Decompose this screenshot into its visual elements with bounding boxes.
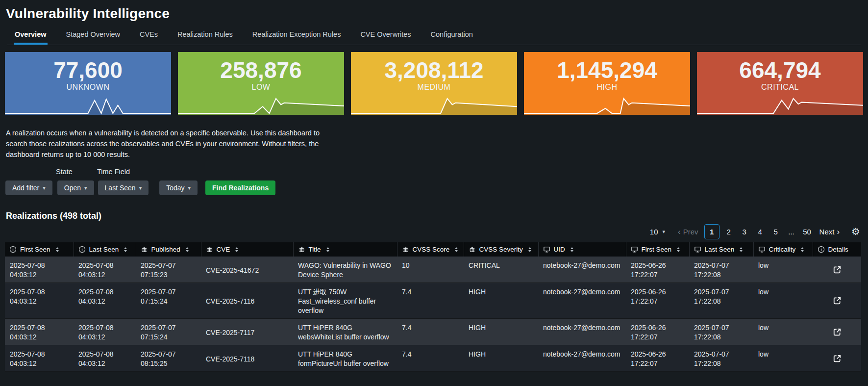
cell-uid: notebook-27@demo.com: [538, 345, 626, 372]
page-number-5[interactable]: 5: [769, 225, 782, 238]
details-external-link-button[interactable]: [831, 264, 843, 276]
stat-card-low: 258,876 LOW: [178, 52, 344, 115]
pager: ‹Prev 1 2 3 4 5 ... 50 Next›: [675, 224, 843, 239]
column-header-uid-first-seen[interactable]: First Seen: [626, 242, 689, 257]
sparkline-chart: [5, 97, 171, 115]
tab-cve-overwrites[interactable]: CVE Overwrites: [359, 27, 412, 45]
bug-icon: [206, 246, 213, 253]
sort-icon[interactable]: [677, 247, 680, 252]
time-field-value: Last Seen: [105, 184, 136, 192]
info-circle-icon: [9, 246, 17, 253]
stat-label: LOW: [178, 83, 344, 92]
page-number-4[interactable]: 4: [754, 225, 767, 238]
cell-last-seen: 2025-07-08 04:03:12: [74, 257, 136, 283]
column-label: CVSS Score: [413, 246, 450, 253]
stat-card-high: 1,145,294 HIGH: [524, 52, 690, 115]
column-label: First Seen: [20, 246, 50, 253]
tab-realization-rules[interactable]: Realization Rules: [176, 27, 234, 45]
cell-uid-last-seen: 2025-07-07 17:22:08: [689, 257, 753, 283]
sort-icon[interactable]: [801, 247, 804, 252]
details-external-link-button[interactable]: [831, 353, 843, 364]
column-header-title[interactable]: Title: [293, 242, 397, 257]
tab-cves[interactable]: CVEs: [139, 27, 159, 45]
stat-card-medium: 3,208,112 MEDIUM: [351, 52, 517, 115]
cell-published: 2025-07-07 07:15:23: [136, 257, 201, 283]
stat-value: 1,145,294: [524, 58, 690, 82]
details-external-link-button[interactable]: [831, 326, 843, 338]
column-label: Criticality: [769, 246, 796, 253]
severity-stat-cards: 77,600 UNKNOWN 258,876 LOW 3,208,112 MED…: [5, 52, 863, 115]
find-realizations-button[interactable]: Find Realizations: [205, 180, 275, 195]
external-link-icon: [832, 265, 842, 275]
sparkline-chart: [351, 97, 517, 115]
bug-icon: [469, 246, 476, 253]
column-header-cvss-score[interactable]: CVSS Score: [397, 242, 464, 257]
stat-label: UNKNOWN: [5, 83, 171, 92]
column-label: Title: [309, 246, 321, 253]
cell-uid-first-seen: 2025-06-26 17:22:07: [626, 345, 689, 372]
sort-icon[interactable]: [740, 247, 743, 252]
tab-realization-exception-rules[interactable]: Realization Exception Rules: [251, 27, 342, 45]
column-header-criticality[interactable]: Criticality: [753, 242, 813, 257]
time-field-dropdown[interactable]: Last Seen▾: [98, 180, 149, 195]
page-number-1[interactable]: 1: [704, 224, 719, 239]
next-page-button[interactable]: Next›: [817, 228, 843, 236]
table-settings-gear-icon[interactable]: ⚙: [851, 227, 860, 236]
tab-staged-overview[interactable]: Staged Overview: [65, 27, 121, 45]
sparkline-chart: [178, 97, 344, 115]
state-dropdown[interactable]: Open▾: [57, 180, 94, 195]
cell-criticality: low: [753, 283, 813, 319]
sort-icon[interactable]: [235, 247, 238, 252]
chevron-down-icon: ▾: [188, 185, 191, 191]
add-filter-label: Add filter: [12, 184, 39, 192]
sort-icon[interactable]: [570, 247, 573, 252]
column-header-published[interactable]: Published: [136, 242, 201, 257]
column-header-last-seen[interactable]: Last Seen: [74, 242, 136, 257]
prev-page-button[interactable]: ‹Prev: [675, 228, 701, 236]
stat-value: 664,794: [697, 58, 863, 82]
stat-value: 258,876: [178, 58, 344, 82]
page-number-50[interactable]: 50: [801, 225, 814, 238]
sort-icon[interactable]: [326, 247, 329, 252]
sort-icon[interactable]: [124, 247, 127, 252]
sort-icon[interactable]: [186, 247, 189, 252]
cell-cvss-score: 7.4: [397, 345, 464, 372]
add-filter-dropdown[interactable]: Add filter▾: [5, 180, 52, 195]
column-label: CVE: [217, 246, 230, 253]
page-number-3[interactable]: 3: [738, 225, 751, 238]
cell-uid-first-seen: 2025-06-26 17:22:07: [626, 257, 689, 283]
time-range-dropdown[interactable]: Today▾: [159, 180, 198, 195]
column-header-uid[interactable]: UID: [538, 242, 626, 257]
column-header-cvss-severity[interactable]: CVSS Severity: [464, 242, 538, 257]
external-link-icon: [832, 327, 842, 337]
state-value: Open: [64, 184, 81, 192]
column-header-cve[interactable]: CVE: [201, 242, 293, 257]
page-size-dropdown[interactable]: 10 ▾: [648, 228, 667, 236]
cell-cvss-score: 10: [397, 257, 464, 283]
time-range-value: Today: [166, 184, 184, 192]
sort-icon[interactable]: [56, 247, 59, 252]
tab-bar: Overview Staged Overview CVEs Realizatio…: [7, 27, 861, 45]
stat-label: CRITICAL: [697, 83, 863, 92]
cell-cvss-severity: HIGH: [464, 319, 538, 345]
details-external-link-button[interactable]: [831, 295, 843, 307]
cell-cve: CVE-2025-41672: [201, 257, 293, 283]
column-header-first-seen[interactable]: First Seen: [5, 242, 74, 257]
cell-criticality: low: [753, 319, 813, 345]
cell-last-seen: 2025-07-08 04:03:12: [74, 345, 136, 372]
stat-value: 3,208,112: [351, 58, 517, 82]
table-row: 2025-07-08 04:03:12 2025-07-08 04:03:12 …: [5, 257, 861, 283]
cell-title: UTT HiPER 840G formPictureUrl buffer ove…: [293, 345, 397, 372]
sort-icon[interactable]: [455, 247, 458, 252]
page-number-2[interactable]: 2: [722, 225, 735, 238]
cell-uid-last-seen: 2025-07-07 17:22:08: [689, 319, 753, 345]
tab-configuration[interactable]: Configuration: [430, 27, 474, 45]
sort-icon[interactable]: [528, 247, 531, 252]
column-header-uid-last-seen[interactable]: Last Seen: [689, 242, 753, 257]
external-link-icon: [832, 296, 842, 306]
cell-published: 2025-07-07 07:15:24: [136, 319, 201, 345]
cell-published: 2025-07-07 08:15:25: [136, 345, 201, 372]
chevron-down-icon: ▾: [139, 185, 142, 191]
tab-overview[interactable]: Overview: [14, 27, 48, 45]
stat-label: HIGH: [524, 83, 690, 92]
